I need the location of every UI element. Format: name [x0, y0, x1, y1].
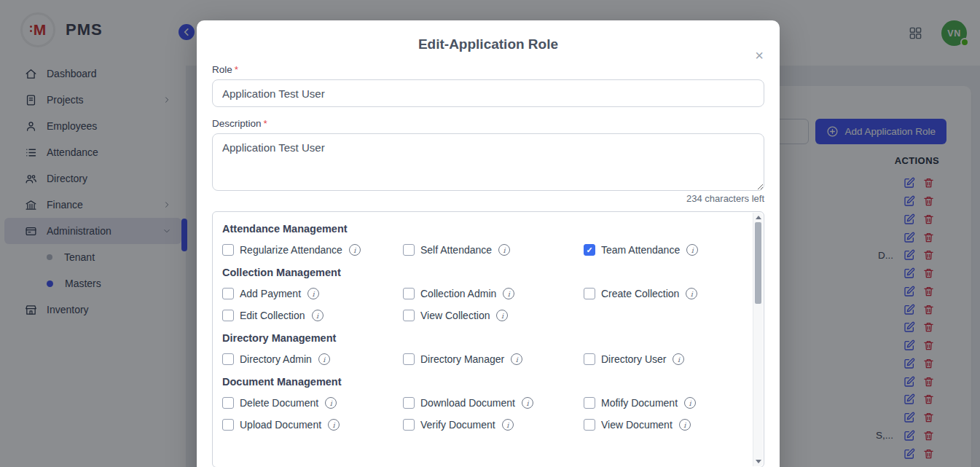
permission-group-title: Directory Management: [222, 332, 742, 344]
permission-option-verify-document[interactable]: Verify Documenti: [403, 419, 584, 431]
permission-group-title: Attendance Management: [222, 223, 742, 235]
permission-groups: Attendance ManagementRegularize Attendan…: [222, 223, 742, 431]
info-icon: i: [498, 244, 510, 256]
permission-option-label: Collection Admin: [420, 288, 496, 299]
info-icon: i: [686, 288, 697, 299]
info-icon: i: [325, 397, 337, 409]
permission-option-directory-user[interactable]: Directory Useri: [584, 353, 742, 365]
checkbox-icon[interactable]: [222, 353, 234, 365]
permission-group: Document ManagementDelete DocumentiDownl…: [222, 376, 742, 431]
scrollbar-thumb[interactable]: [755, 222, 761, 304]
checkbox-icon[interactable]: [222, 288, 234, 299]
checkbox-icon[interactable]: [584, 397, 595, 409]
permission-option-directory-admin[interactable]: Directory Admini: [222, 353, 403, 365]
checkbox-icon[interactable]: [222, 244, 234, 256]
permission-grid: Directory AdminiDirectory ManageriDirect…: [222, 353, 742, 365]
scroll-up-icon[interactable]: [753, 213, 763, 222]
permission-option-collection-admin[interactable]: Collection Admini: [403, 288, 584, 299]
permission-grid: Regularize AttendanceiSelf Attendancei✓T…: [222, 244, 742, 256]
info-icon: i: [686, 244, 698, 256]
permission-option-team-attendance[interactable]: ✓Team Attendancei: [584, 244, 742, 256]
permission-option-label: Download Document: [420, 397, 515, 409]
required-asterisk: *: [235, 64, 238, 75]
checkbox-icon[interactable]: [403, 310, 415, 321]
permission-option-add-payment[interactable]: Add Paymenti: [222, 288, 403, 299]
info-icon: i: [307, 288, 319, 299]
checkbox-icon[interactable]: [403, 288, 415, 299]
info-icon: i: [503, 288, 514, 299]
app-root: M PMS DashboardProjectsEmployeesAttendan…: [0, 0, 980, 467]
permissions-panel: Attendance ManagementRegularize Attendan…: [212, 211, 764, 467]
checkbox-icon[interactable]: [584, 288, 595, 299]
checkbox-icon[interactable]: [222, 310, 234, 321]
info-icon: i: [522, 397, 533, 409]
permission-option-download-document[interactable]: Download Documenti: [403, 397, 584, 409]
permission-group-title: Document Management: [222, 376, 742, 388]
info-icon: i: [679, 419, 691, 431]
permission-option-self-attendance[interactable]: Self Attendancei: [403, 244, 584, 256]
permission-grid: Add PaymentiCollection AdminiCreate Coll…: [222, 288, 742, 321]
permissions-scrollbar[interactable]: [753, 213, 763, 466]
checkbox-icon[interactable]: [584, 353, 595, 365]
permission-option-label: View Document: [601, 419, 673, 431]
close-icon[interactable]: ×: [749, 45, 769, 66]
info-icon: i: [312, 310, 324, 321]
permission-grid: Delete DocumentiDownload DocumentiMofify…: [222, 397, 742, 431]
permission-option-label: Directory Manager: [420, 353, 504, 365]
info-icon: i: [502, 419, 514, 431]
permission-group-title: Collection Management: [222, 267, 742, 278]
permission-option-regularize-attendance[interactable]: Regularize Attendancei: [222, 244, 403, 256]
characters-left-counter: 234 characters left: [212, 193, 764, 204]
role-label: Role*: [212, 64, 764, 75]
info-icon: i: [328, 419, 340, 431]
permission-option-label: Directory User: [601, 353, 666, 365]
permission-option-delete-document[interactable]: Delete Documenti: [222, 397, 403, 409]
role-input[interactable]: [212, 79, 764, 107]
permission-option-label: View Collection: [420, 310, 490, 321]
checkbox-icon[interactable]: [403, 244, 415, 256]
permission-group: Attendance ManagementRegularize Attendan…: [222, 223, 742, 256]
permission-option-upload-document[interactable]: Upload Documenti: [222, 419, 403, 431]
required-asterisk: *: [264, 118, 267, 129]
permission-option-edit-collection[interactable]: Edit Collectioni: [222, 310, 403, 321]
permission-option-create-collection[interactable]: Create Collectioni: [584, 288, 742, 299]
description-textarea[interactable]: Application Test User: [212, 133, 764, 191]
info-icon: i: [496, 310, 508, 321]
permission-option-label: Team Attendance: [601, 244, 680, 256]
permission-group: Collection ManagementAdd PaymentiCollect…: [222, 267, 742, 321]
permission-option-label: Add Payment: [240, 288, 301, 299]
checkbox-checked-icon[interactable]: ✓: [584, 244, 595, 256]
permission-option-mofify-document[interactable]: Mofify Documenti: [584, 397, 742, 409]
scroll-down-icon[interactable]: [753, 457, 763, 466]
permission-option-label: Edit Collection: [240, 310, 305, 321]
modal-title: Edit-Application Role: [212, 36, 764, 52]
checkbox-icon[interactable]: [403, 419, 415, 431]
permission-option-directory-manager[interactable]: Directory Manageri: [403, 353, 584, 365]
permission-group: Directory ManagementDirectory AdminiDire…: [222, 332, 742, 365]
info-icon: i: [684, 397, 696, 409]
edit-application-role-modal: × Edit-Application Role Role* Descriptio…: [197, 20, 780, 467]
info-icon: i: [511, 353, 522, 365]
permission-option-view-collection[interactable]: View Collectioni: [403, 310, 584, 321]
description-label: Description*: [212, 118, 764, 129]
permission-option-label: Upload Document: [240, 419, 321, 431]
permission-option-view-document[interactable]: View Documenti: [584, 419, 742, 431]
permission-option-label: Directory Admin: [240, 353, 312, 365]
checkbox-icon[interactable]: [222, 419, 234, 431]
checkbox-icon[interactable]: [584, 419, 595, 431]
info-icon: i: [318, 353, 330, 365]
permission-option-label: Mofify Document: [601, 397, 678, 409]
permission-option-label: Verify Document: [420, 419, 495, 431]
permission-option-label: Self Attendance: [420, 244, 492, 256]
permission-option-label: Regularize Attendance: [240, 244, 342, 256]
checkbox-icon[interactable]: [222, 397, 234, 409]
info-icon: i: [349, 244, 361, 256]
permission-option-label: Create Collection: [601, 288, 679, 299]
checkbox-icon[interactable]: [403, 397, 415, 409]
checkbox-icon[interactable]: [403, 353, 415, 365]
info-icon: i: [673, 353, 684, 365]
permission-option-label: Delete Document: [240, 397, 318, 409]
